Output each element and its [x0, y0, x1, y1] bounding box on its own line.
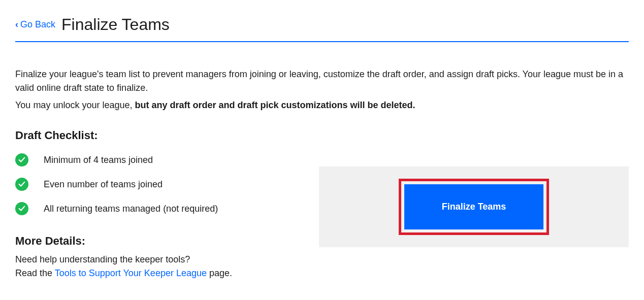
check-circle-icon [15, 178, 28, 191]
content-row: Draft Checklist: Minimum of 4 teams join… [15, 129, 629, 280]
checklist-item-label: All returning teams managed (not require… [44, 204, 218, 214]
checklist-item: All returning teams managed (not require… [15, 202, 304, 215]
left-column: Draft Checklist: Minimum of 4 teams join… [15, 129, 304, 280]
help-prefix: Read the [15, 268, 55, 278]
checklist-item-label: Even number of teams joined [44, 179, 163, 190]
help-suffix: page. [207, 268, 232, 278]
go-back-label: Go Back [20, 19, 55, 30]
intro-paragraph-2-bold: but any draft order and draft pick custo… [135, 100, 415, 110]
checklist-heading: Draft Checklist: [15, 129, 304, 142]
checklist-item: Minimum of 4 teams joined [15, 153, 304, 166]
keeper-tools-link[interactable]: Tools to Support Your Keeper League [55, 268, 207, 278]
intro-paragraph-1: Finalize your league's team list to prev… [15, 68, 629, 95]
check-circle-icon [15, 202, 28, 215]
page-title: Finalize Teams [61, 15, 170, 34]
more-details-heading: More Details: [15, 235, 304, 248]
go-back-link[interactable]: ‹ Go Back [15, 19, 55, 30]
check-circle-icon [15, 153, 28, 166]
header-row: ‹ Go Back Finalize Teams [15, 15, 629, 42]
checklist-item-label: Minimum of 4 teams joined [44, 155, 153, 165]
intro-paragraph-2-prefix: You may unlock your league, [15, 100, 135, 110]
action-panel: Finalize Teams [319, 166, 629, 247]
chevron-left-icon: ‹ [15, 19, 18, 30]
finalize-teams-button[interactable]: Finalize Teams [404, 184, 544, 229]
highlight-box: Finalize Teams [399, 179, 550, 235]
checklist-item: Even number of teams joined [15, 178, 304, 191]
help-text: Need help understanding the keeper tools… [15, 253, 304, 280]
intro-paragraph-2: You may unlock your league, but any draf… [15, 100, 629, 111]
help-question: Need help understanding the keeper tools… [15, 254, 190, 264]
